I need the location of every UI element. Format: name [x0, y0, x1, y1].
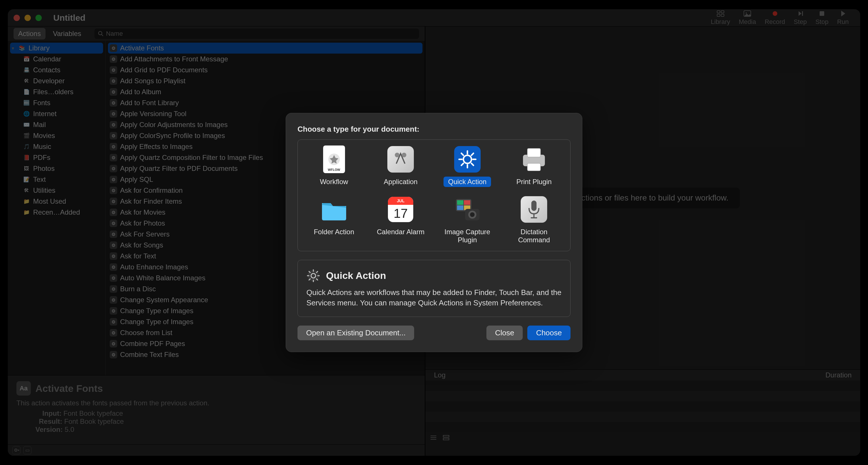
- folder-action-icon: [320, 196, 348, 223]
- workflow-icon: WFLOW: [320, 145, 348, 173]
- doc-type-print-plugin[interactable]: Print Plugin: [504, 145, 565, 187]
- svg-rect-31: [457, 200, 463, 205]
- svg-line-26: [471, 153, 473, 155]
- svg-point-16: [395, 153, 399, 157]
- doc-type-label: Application: [379, 177, 422, 187]
- doc-type-label: Workflow: [315, 177, 353, 187]
- description-body: Quick Actions are workflows that may be …: [306, 287, 562, 308]
- doc-type-dictation-command[interactable]: Dictation Command: [504, 196, 565, 245]
- description-title: Quick Action: [306, 269, 562, 283]
- svg-rect-38: [531, 201, 536, 211]
- doc-type-label: Calendar Alarm: [372, 227, 429, 237]
- svg-point-37: [470, 212, 475, 217]
- doc-type-workflow[interactable]: WFLOWWorkflow: [304, 145, 365, 187]
- doc-type-label: Folder Action: [309, 227, 359, 237]
- doc-type-label: Image Capture Plugin: [437, 227, 498, 245]
- dialog-buttons: Open an Existing Document... Close Choos…: [298, 325, 570, 340]
- document-type-dialog: Choose a type for your document: WFLOWWo…: [286, 113, 582, 352]
- doc-type-calendar-alarm[interactable]: JUL17Calendar Alarm: [370, 196, 431, 245]
- close-button[interactable]: Close: [487, 325, 523, 340]
- quick-action-icon: [454, 145, 481, 173]
- svg-rect-29: [527, 163, 540, 171]
- svg-point-18: [463, 155, 471, 163]
- svg-line-24: [471, 163, 473, 165]
- svg-line-23: [461, 153, 463, 155]
- print-plugin-icon: [520, 145, 548, 173]
- svg-rect-33: [457, 205, 463, 210]
- svg-line-25: [461, 163, 463, 165]
- doc-type-folder-action[interactable]: Folder Action: [304, 196, 365, 245]
- application-icon: [387, 145, 414, 173]
- choose-button[interactable]: Choose: [527, 325, 570, 340]
- open-existing-button[interactable]: Open an Existing Document...: [298, 325, 414, 340]
- svg-point-17: [402, 153, 406, 157]
- image-capture-plugin-icon: [454, 196, 481, 223]
- doc-type-label: Print Plugin: [512, 177, 556, 187]
- modal-overlay: Choose a type for your document: WFLOWWo…: [0, 0, 868, 465]
- doc-type-image-capture-plugin[interactable]: Image Capture Plugin: [437, 196, 498, 245]
- svg-rect-32: [464, 200, 470, 205]
- svg-rect-28: [527, 148, 540, 157]
- doc-type-application[interactable]: Application: [370, 145, 431, 187]
- description-box: Quick Action Quick Actions are workflows…: [298, 260, 570, 317]
- doc-type-label: Quick Action: [443, 177, 491, 187]
- dialog-title: Choose a type for your document:: [298, 125, 570, 134]
- doc-type-label: Dictation Command: [504, 227, 565, 245]
- dictation-command-icon: [520, 196, 548, 223]
- description-title-text: Quick Action: [326, 270, 386, 281]
- gear-icon: [306, 269, 320, 283]
- type-grid: WFLOWWorkflowApplicationQuick ActionPrin…: [298, 140, 570, 251]
- doc-type-quick-action[interactable]: Quick Action: [437, 145, 498, 187]
- calendar-alarm-icon: JUL17: [387, 196, 414, 223]
